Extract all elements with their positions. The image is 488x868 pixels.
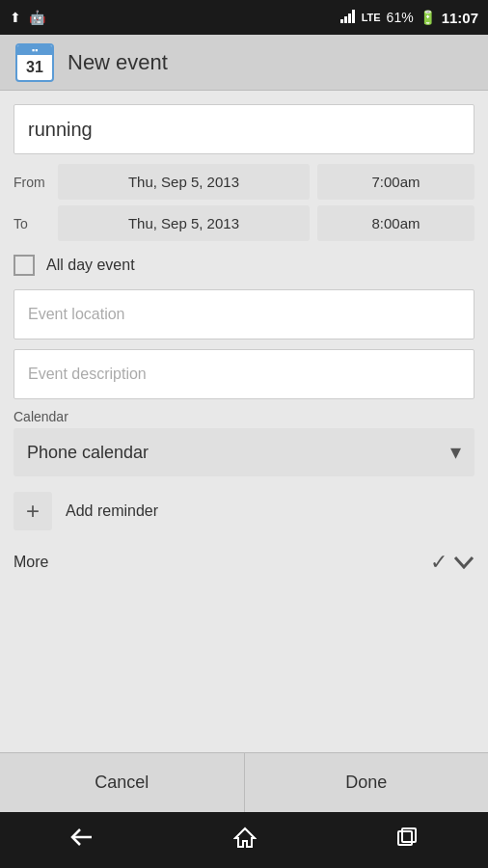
status-time: 11:07 (442, 10, 478, 26)
calendar-dropdown[interactable]: Phone calendar ▾ (14, 428, 474, 476)
status-bar-left: ⬆ 🤖 (10, 10, 45, 25)
event-description-input[interactable] (14, 349, 474, 399)
recents-icon[interactable] (396, 827, 418, 854)
from-time-button[interactable]: 7:00am (317, 164, 474, 200)
event-title-input[interactable] (14, 104, 474, 154)
more-chevron-icon: ✓ (430, 550, 474, 575)
status-bar-right: LTE 61% 🔋 11:07 (340, 10, 478, 26)
battery-icon: 🔋 (420, 10, 436, 25)
home-icon[interactable] (233, 827, 257, 854)
svg-rect-2 (348, 14, 351, 23)
to-date-button[interactable]: Thu, Sep 5, 2013 (58, 205, 310, 241)
from-label: From (14, 175, 50, 190)
calendar-label: Calendar (14, 409, 474, 424)
chevron-down-icon: ▾ (450, 440, 461, 465)
svg-rect-1 (344, 16, 347, 23)
battery-text: 61% (387, 10, 414, 25)
form-content: From Thu, Sep 5, 2013 7:00am To Thu, Sep… (0, 91, 488, 752)
status-bar: ⬆ 🤖 LTE 61% 🔋 11:07 (0, 0, 488, 35)
usb-icon: ⬆ (10, 10, 21, 25)
allday-label: All day event (46, 257, 135, 274)
bottom-buttons: Cancel Done (0, 752, 488, 812)
add-reminder-button[interactable]: + (14, 492, 52, 530)
done-button[interactable]: Done (245, 753, 489, 812)
svg-rect-0 (340, 19, 343, 23)
more-row[interactable]: More ✓ (14, 546, 474, 579)
lte-icon: LTE (362, 12, 381, 23)
signal-icon (340, 10, 356, 26)
cancel-button[interactable]: Cancel (0, 753, 245, 812)
event-location-input[interactable] (14, 289, 474, 339)
android-icon: 🤖 (29, 10, 45, 25)
to-label: To (14, 216, 50, 231)
calendar-icon: ▪▪ 31 (15, 43, 54, 82)
datetime-section: From Thu, Sep 5, 2013 7:00am To Thu, Sep… (14, 164, 474, 241)
add-reminder-label: Add reminder (66, 502, 158, 520)
from-row: From Thu, Sep 5, 2013 7:00am (14, 164, 474, 200)
allday-checkbox[interactable] (14, 255, 35, 276)
allday-row[interactable]: All day event (14, 251, 474, 280)
calendar-value: Phone calendar (27, 443, 149, 463)
add-reminder-row[interactable]: + Add reminder (14, 486, 474, 536)
page-title: New event (68, 50, 168, 75)
calendar-icon-top: ▪▪ (17, 45, 52, 55)
calendar-icon-number: 31 (26, 55, 43, 80)
calendar-section: Calendar Phone calendar ▾ (14, 409, 474, 476)
to-time-button[interactable]: 8:00am (317, 205, 474, 241)
to-row: To Thu, Sep 5, 2013 8:00am (14, 205, 474, 241)
svg-rect-3 (352, 10, 355, 23)
from-date-button[interactable]: Thu, Sep 5, 2013 (58, 164, 310, 200)
action-bar: ▪▪ 31 New event (0, 35, 488, 91)
back-icon[interactable] (70, 827, 94, 853)
more-label: More (14, 554, 48, 571)
svg-marker-5 (235, 828, 255, 847)
nav-bar (0, 812, 488, 868)
